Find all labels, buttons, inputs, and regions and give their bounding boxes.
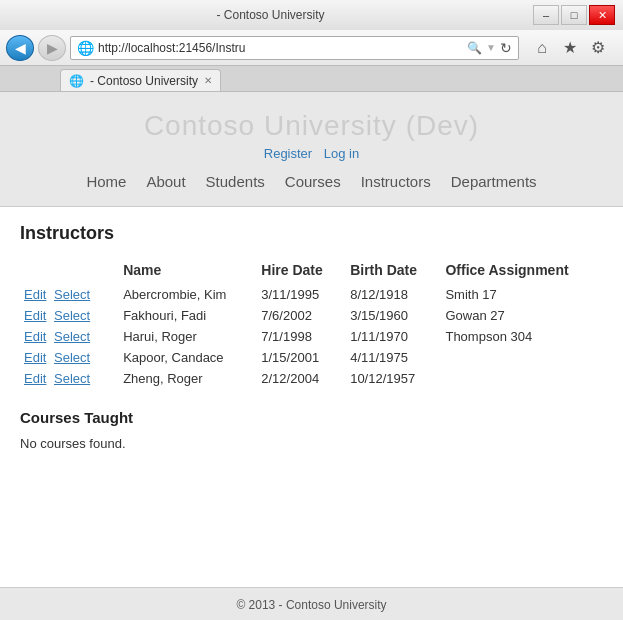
row-actions: Edit Select — [20, 284, 119, 305]
row-actions: Edit Select — [20, 326, 119, 347]
no-courses-text: No courses found. — [20, 436, 603, 451]
col-actions — [20, 258, 119, 284]
home-button[interactable]: ⌂ — [529, 35, 555, 61]
footer-text: © 2013 - Contoso University — [236, 598, 386, 612]
row-hire-date: 2/12/2004 — [257, 368, 346, 389]
close-button[interactable]: ✕ — [589, 5, 615, 25]
row-hire-date: 3/11/1995 — [257, 284, 346, 305]
nav-departments[interactable]: Departments — [451, 173, 537, 190]
forward-icon: ▶ — [47, 40, 58, 56]
select-link[interactable]: Select — [54, 308, 90, 323]
minimize-button[interactable]: – — [533, 5, 559, 25]
col-birth-date: Birth Date — [346, 258, 441, 284]
row-office — [441, 347, 603, 368]
site-footer: © 2013 - Contoso University — [0, 587, 623, 620]
page-heading: Instructors — [20, 223, 603, 244]
courses-section: Courses Taught No courses found. — [20, 409, 603, 451]
row-actions: Edit Select — [20, 347, 119, 368]
register-link[interactable]: Register — [264, 146, 312, 161]
table-row: Edit Select Zheng, Roger 2/12/2004 10/12… — [20, 368, 603, 389]
edit-link[interactable]: Edit — [24, 329, 46, 344]
tab-favicon: 🌐 — [69, 74, 84, 88]
back-icon: ◀ — [15, 40, 26, 56]
row-actions: Edit Select — [20, 368, 119, 389]
site-header: Contoso University (Dev) Register Log in… — [0, 92, 623, 206]
page-icon: 🌐 — [77, 40, 94, 56]
favorites-button[interactable]: ★ — [557, 35, 583, 61]
instructors-table: Name Hire Date Birth Date Office Assignm… — [20, 258, 603, 389]
row-office: Thompson 304 — [441, 326, 603, 347]
row-birth-date: 8/12/1918 — [346, 284, 441, 305]
row-office: Smith 17 — [441, 284, 603, 305]
login-link[interactable]: Log in — [324, 146, 359, 161]
address-bar: 🌐 🔍 ▼ ↻ — [70, 36, 519, 60]
row-hire-date: 7/6/2002 — [257, 305, 346, 326]
row-name: Fakhouri, Fadi — [119, 305, 257, 326]
row-birth-date: 4/11/1975 — [346, 347, 441, 368]
tab-label: - Contoso University — [90, 74, 198, 88]
auth-links: Register Log in — [0, 146, 623, 161]
row-hire-date: 7/1/1998 — [257, 326, 346, 347]
address-input[interactable] — [98, 41, 463, 55]
select-link[interactable]: Select — [54, 371, 90, 386]
edit-link[interactable]: Edit — [24, 287, 46, 302]
edit-link[interactable]: Edit — [24, 371, 46, 386]
col-office: Office Assignment — [441, 258, 603, 284]
nav-students[interactable]: Students — [206, 173, 265, 190]
courses-heading: Courses Taught — [20, 409, 603, 426]
table-row: Edit Select Kapoor, Candace 1/15/2001 4/… — [20, 347, 603, 368]
tab-bar: 🌐 - Contoso University ✕ — [0, 66, 623, 92]
page-wrapper: Contoso University (Dev) Register Log in… — [0, 92, 623, 620]
nav-instructors[interactable]: Instructors — [361, 173, 431, 190]
table-row: Edit Select Abercrombie, Kim 3/11/1995 8… — [20, 284, 603, 305]
table-row: Edit Select Fakhouri, Fadi 7/6/2002 3/15… — [20, 305, 603, 326]
maximize-button[interactable]: □ — [561, 5, 587, 25]
row-office: Gowan 27 — [441, 305, 603, 326]
site-title: Contoso University (Dev) — [0, 110, 623, 142]
nav-about[interactable]: About — [146, 173, 185, 190]
col-hire-date: Hire Date — [257, 258, 346, 284]
title-bar-title: - Contoso University — [8, 8, 533, 22]
edit-link[interactable]: Edit — [24, 308, 46, 323]
dropdown-icon: ▼ — [486, 42, 496, 53]
site-nav: Home About Students Courses Instructors … — [0, 165, 623, 198]
row-name: Harui, Roger — [119, 326, 257, 347]
refresh-icon[interactable]: ↻ — [500, 40, 512, 56]
select-link[interactable]: Select — [54, 287, 90, 302]
row-hire-date: 1/15/2001 — [257, 347, 346, 368]
row-birth-date: 10/12/1957 — [346, 368, 441, 389]
row-birth-date: 3/15/1960 — [346, 305, 441, 326]
row-name: Kapoor, Candace — [119, 347, 257, 368]
back-button[interactable]: ◀ — [6, 35, 34, 61]
row-birth-date: 1/11/1970 — [346, 326, 441, 347]
col-name: Name — [119, 258, 257, 284]
title-bar: - Contoso University – □ ✕ — [0, 0, 623, 30]
forward-button[interactable]: ▶ — [38, 35, 66, 61]
row-actions: Edit Select — [20, 305, 119, 326]
row-name: Abercrombie, Kim — [119, 284, 257, 305]
settings-button[interactable]: ⚙ — [585, 35, 611, 61]
table-row: Edit Select Harui, Roger 7/1/1998 1/11/1… — [20, 326, 603, 347]
nav-home[interactable]: Home — [86, 173, 126, 190]
active-tab[interactable]: 🌐 - Contoso University ✕ — [60, 69, 221, 91]
select-link[interactable]: Select — [54, 350, 90, 365]
select-link[interactable]: Select — [54, 329, 90, 344]
row-name: Zheng, Roger — [119, 368, 257, 389]
nav-bar: ◀ ▶ 🌐 🔍 ▼ ↻ ⌂ ★ ⚙ — [0, 30, 623, 66]
edit-link[interactable]: Edit — [24, 350, 46, 365]
nav-courses[interactable]: Courses — [285, 173, 341, 190]
row-office — [441, 368, 603, 389]
tab-close-button[interactable]: ✕ — [204, 75, 212, 86]
search-icon: 🔍 — [467, 41, 482, 55]
main-content: Instructors Name Hire Date Birth Date Of… — [0, 207, 623, 467]
